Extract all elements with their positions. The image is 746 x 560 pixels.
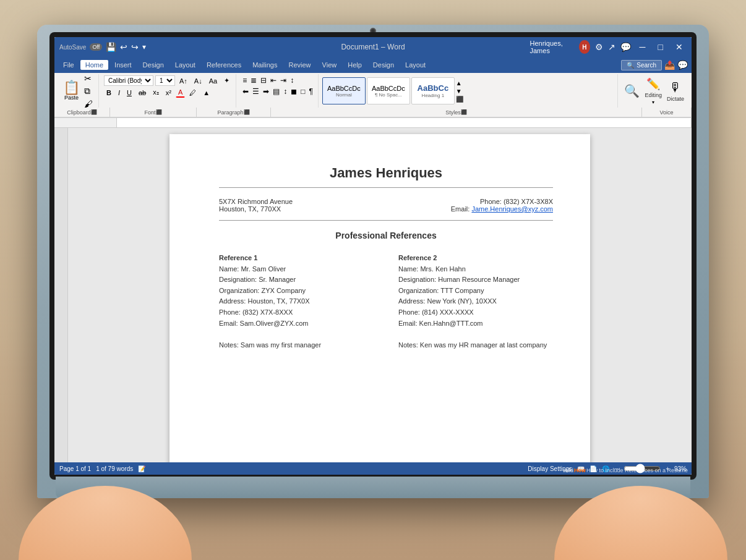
customize-icon[interactable]: ▾ <box>142 43 146 51</box>
paragraph-expand-icon[interactable]: ⬛ <box>244 109 250 115</box>
menu-review[interactable]: Review <box>284 60 316 70</box>
menu-design[interactable]: Design <box>138 60 169 70</box>
styles-up-button[interactable]: ▲ <box>456 80 463 87</box>
proofing-icon: 📝 <box>138 465 145 472</box>
settings-icon[interactable]: ⚙ <box>595 42 603 52</box>
subscript-button[interactable]: x₂ <box>150 87 161 98</box>
nospace-style-label: ¶ No Spac... <box>375 92 402 98</box>
shading-para-button[interactable]: ◼ <box>289 87 298 96</box>
list-bullets-button[interactable]: ≡ <box>241 75 248 85</box>
comment-icon[interactable]: 💬 <box>620 42 631 52</box>
menu-references[interactable]: References <box>202 60 246 70</box>
word-count: 1 of 79 words <box>96 465 133 472</box>
email-address[interactable]: Jame.Henriques@xyz.com <box>471 205 553 213</box>
menu-file[interactable]: File <box>58 60 79 70</box>
document-references-row: Reference 1 Name: Mr. Sam Oliver Designa… <box>219 253 553 350</box>
font-expand-icon[interactable]: ⬛ <box>156 109 162 115</box>
normal-style-button[interactable]: AaBbCcDc Normal <box>322 77 366 104</box>
styles-expand-button[interactable]: ⬛ <box>456 96 463 103</box>
font-color-button[interactable]: A <box>176 87 185 98</box>
dictate-icon: 🎙 <box>669 80 682 95</box>
pilcrow-button[interactable]: ¶ <box>307 87 314 96</box>
email-label: Email: <box>451 205 470 213</box>
share-menu-icon[interactable]: 📤 <box>664 60 675 70</box>
underline-button[interactable]: U <box>124 88 134 98</box>
sort-button[interactable]: ↕ <box>289 75 295 85</box>
menu-insert[interactable]: Insert <box>109 60 137 70</box>
heading1-style-button[interactable]: AaBbCc Heading 1 <box>411 77 455 104</box>
nospace-style-button[interactable]: AaBbCcDc ¶ No Spac... <box>367 77 410 104</box>
clipboard-label-row: Clipboard ⬛ <box>54 108 110 117</box>
font-name-select[interactable]: Calibri (Body) <box>104 75 153 86</box>
cut-button[interactable]: ✂ <box>84 73 93 84</box>
strikethrough-button[interactable]: ab <box>136 88 148 98</box>
ribbon-labels: Clipboard ⬛ Font ⬛ Paragraph ⬛ Styles <box>54 108 692 117</box>
font-size-select[interactable]: 11 <box>155 75 175 86</box>
indent-increase-button[interactable]: ⇥ <box>279 75 288 85</box>
editing-button[interactable]: ✏️ Editing ▾ <box>645 77 662 105</box>
save-icon[interactable]: 💾 <box>106 42 116 52</box>
search-ribbon-btn[interactable]: 🔍 <box>624 83 640 98</box>
ref2-name: Name: Mrs. Ken Hahn <box>398 264 553 275</box>
dictate-button[interactable]: 🎙 Dictate <box>667 80 684 102</box>
clipboard-small-buttons: ✂ ⧉ 🖌 <box>84 73 93 109</box>
menu-home[interactable]: Home <box>80 60 108 70</box>
clipboard-expand-icon[interactable]: ⬛ <box>91 109 97 115</box>
search-box[interactable]: 🔍 Search <box>621 60 662 70</box>
styles-expand-icon[interactable]: ⬛ <box>461 109 467 115</box>
clear-format-button[interactable]: ✦ <box>221 75 232 86</box>
line-spacing-button[interactable]: ↕ <box>282 87 288 96</box>
multilevel-list-button[interactable]: ⊟ <box>259 75 268 85</box>
paste-button[interactable]: 📋 Paste <box>62 80 81 102</box>
styles-down-button[interactable]: ▼ <box>456 88 463 95</box>
document-page-wrapper[interactable]: James Henriques 5X7X Richmond Avenue Hou… <box>68 128 692 462</box>
superscript-button[interactable]: x² <box>163 88 174 98</box>
editing-label: Editing <box>645 92 662 98</box>
shading-button[interactable]: ▲ <box>200 88 212 98</box>
wikihow-watermark: wikiHow How to Include References on a R… <box>563 467 688 473</box>
menu-layout2[interactable]: Layout <box>400 60 431 70</box>
indent-decrease-button[interactable]: ⇤ <box>269 75 278 85</box>
align-left-button[interactable]: ⬅ <box>241 87 250 96</box>
comment-menu-icon[interactable]: 💬 <box>677 60 688 70</box>
change-case-button[interactable]: Aa <box>207 76 220 86</box>
editing-chevron: ▾ <box>652 100 654 105</box>
borders-button[interactable]: □ <box>299 87 306 96</box>
italic-button[interactable]: I <box>116 88 122 98</box>
undo-icon[interactable]: ↩ <box>120 42 127 52</box>
share-icon[interactable]: ↗ <box>608 42 615 52</box>
copy-button[interactable]: ⧉ <box>84 85 93 97</box>
menu-help[interactable]: Help <box>343 60 367 70</box>
justify-button[interactable]: ▤ <box>272 87 281 96</box>
close-button[interactable]: ✕ <box>672 42 687 52</box>
highlight-button[interactable]: 🖊 <box>187 88 199 98</box>
document-phone: Phone: (832) X7X-3X8X <box>451 198 553 205</box>
wikihow-tagline: How to Include References on a Resume <box>586 467 688 473</box>
list-numbered-button[interactable]: ≣ <box>249 75 258 85</box>
document-page: James Henriques 5X7X Richmond Avenue Hou… <box>169 134 590 462</box>
document-header-line <box>219 187 553 188</box>
redo-icon[interactable]: ↪ <box>131 42 139 52</box>
decrease-font-button[interactable]: A↓ <box>192 76 205 86</box>
user-avatar[interactable]: H <box>579 40 590 54</box>
menu-layout[interactable]: Layout <box>170 60 200 70</box>
menu-design2[interactable]: Design <box>368 60 399 70</box>
bold-button[interactable]: B <box>104 88 114 98</box>
clipboard-group: 📋 Paste ✂ ⧉ 🖌 <box>57 74 99 108</box>
minimize-button[interactable]: ─ <box>636 42 650 52</box>
menu-mailings[interactable]: Mailings <box>247 60 282 70</box>
autosave-label: AutoSave <box>59 44 86 51</box>
styles-scroll-buttons: ▲ ▼ ⬛ <box>456 80 463 103</box>
styles-label-row: Styles ⬛ <box>271 108 642 117</box>
restore-button[interactable]: □ <box>654 42 667 52</box>
autosave-toggle[interactable]: Off <box>90 43 102 51</box>
paragraph-row1: ≡ ≣ ⊟ ⇤ ⇥ ↕ <box>241 75 314 85</box>
align-center-button[interactable]: ☰ <box>251 87 260 96</box>
user-name-label: Henriques, James <box>530 40 574 54</box>
dictate-label: Dictate <box>667 96 684 102</box>
align-right-button[interactable]: ➡ <box>262 87 270 96</box>
menu-view[interactable]: View <box>317 60 342 70</box>
increase-font-button[interactable]: A↑ <box>177 76 190 86</box>
ribbon-row1: 📋 Paste ✂ ⧉ 🖌 <box>54 73 692 108</box>
search-icon: 🔍 <box>627 62 634 69</box>
